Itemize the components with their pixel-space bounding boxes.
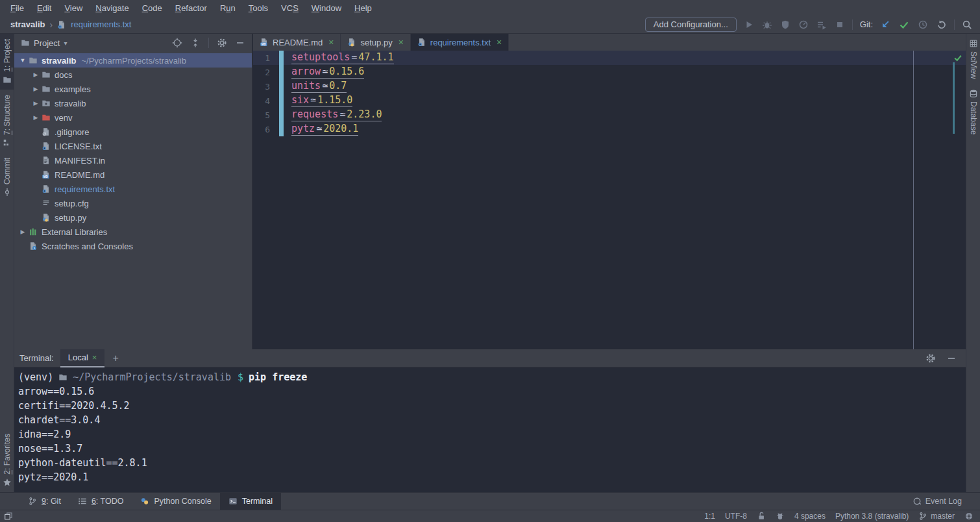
tool-button-commit[interactable]: Commit — [0, 153, 14, 202]
commit-icon[interactable] — [899, 19, 909, 30]
indent-setting[interactable]: 4 spaces — [794, 512, 826, 521]
update-project-icon[interactable] — [880, 19, 890, 30]
menu-vcs[interactable]: VCS — [275, 3, 305, 13]
terminal-tab-local[interactable]: Local × — [60, 349, 105, 367]
menu-file[interactable]: File — [4, 3, 31, 13]
close-icon[interactable]: × — [496, 37, 502, 47]
tree-item-readme-md[interactable]: MDREADME.md — [14, 168, 252, 182]
close-icon[interactable]: × — [398, 37, 404, 47]
lock-open-icon[interactable] — [757, 512, 766, 521]
tree-item--gitignore[interactable]: .gitignore — [14, 125, 252, 139]
editor-tab-requirements-txt[interactable]: requirements.txt× — [411, 34, 509, 51]
tool-window-switcher-icon[interactable] — [4, 512, 13, 521]
caret-position[interactable]: 1:1 — [704, 512, 715, 521]
inspections-profile-icon[interactable] — [776, 512, 785, 521]
tree-item-stravalib[interactable]: ▶stravalib — [14, 96, 252, 110]
code-line-5[interactable]: 5requests≃2.23.0 — [253, 108, 966, 122]
rollback-icon[interactable] — [937, 19, 947, 30]
tree-item-manifest-in[interactable]: MANIFEST.in — [14, 153, 252, 168]
editor-tab-readme-md[interactable]: MDREADME.md× — [253, 34, 341, 51]
file-encoding[interactable]: UTF-8 — [725, 512, 747, 521]
breadcrumb: stravalib › requirements.txt — [0, 19, 131, 30]
history-icon[interactable] — [918, 19, 928, 30]
code-line-1[interactable]: 1setuptools≃47.1.1 — [253, 51, 966, 65]
gear-icon[interactable] — [217, 38, 227, 48]
package-version: 1.15.0 — [317, 94, 352, 106]
tree-expanded-arrow-icon[interactable]: ▼ — [17, 57, 29, 64]
tree-collapsed-arrow-icon[interactable]: ▶ — [30, 114, 42, 121]
tree-item-venv[interactable]: ▶venv — [14, 110, 252, 125]
editor-body[interactable]: 1setuptools≃47.1.12arrow≃0.15.63units≃0.… — [253, 51, 966, 349]
menu-run[interactable]: Run — [214, 3, 242, 13]
new-terminal-icon[interactable]: + — [104, 353, 126, 364]
tree-collapsed-arrow-icon[interactable]: ▶ — [17, 229, 29, 235]
tree-item-license-txt[interactable]: LICENSE.txt — [14, 139, 252, 153]
tool-button-2-favorites[interactable]: 2: Favorites — [0, 429, 14, 492]
editor-tab-setup-py[interactable]: setup.py× — [341, 34, 410, 51]
tree-item-setup-cfg[interactable]: setup.cfg — [14, 196, 252, 210]
project-panel-title[interactable]: Project — [34, 38, 60, 48]
run-anything-icon[interactable] — [816, 19, 827, 30]
chevron-down-icon[interactable]: ▾ — [64, 40, 67, 47]
hide-panel-icon[interactable] — [235, 38, 245, 48]
folder-icon — [58, 373, 67, 382]
tree-item-external-libraries[interactable]: ▶External Libraries — [14, 225, 252, 239]
tree-item-docs[interactable]: ▶docs — [14, 68, 252, 82]
collapse-all-icon[interactable] — [190, 38, 201, 48]
menu-code[interactable]: Code — [136, 3, 169, 13]
tree-collapsed-arrow-icon[interactable]: ▶ — [30, 86, 42, 92]
tool-window-tab-6-todo[interactable]: 6: TODO — [69, 493, 132, 510]
tool-window-tab-terminal[interactable]: Terminal — [220, 493, 281, 510]
tool-button-7-structure[interactable]: 7: Structure — [0, 90, 14, 153]
menu-tools[interactable]: Tools — [242, 3, 275, 13]
tree-item-label: stravalib — [55, 99, 86, 108]
close-icon[interactable]: × — [92, 353, 97, 362]
libraries-icon — [29, 227, 38, 236]
tool-window-tab-python-console[interactable]: Python Console — [132, 493, 219, 510]
gear-icon[interactable] — [925, 353, 936, 364]
tree-item-requirements-txt[interactable]: requirements.txt — [14, 182, 252, 196]
hide-panel-icon[interactable] — [946, 353, 957, 364]
python-interpreter[interactable]: Python 3.8 (stravalib) — [835, 512, 909, 521]
close-icon[interactable]: × — [328, 37, 334, 47]
tree-item-setup-py[interactable]: setup.py — [14, 210, 252, 225]
menu-help[interactable]: Help — [348, 3, 378, 13]
tool-button-database[interactable]: Database — [966, 84, 980, 140]
stop-icon[interactable] — [835, 19, 845, 30]
tool-button-1-project[interactable]: 1: Project — [0, 34, 14, 90]
profiler-icon[interactable] — [798, 19, 809, 30]
menu-edit[interactable]: Edit — [31, 3, 58, 13]
run-icon[interactable] — [744, 19, 754, 30]
tree-item-stravalib[interactable]: ▼stravalib~/PycharmProjects/stravalib — [14, 53, 252, 68]
menu-refactor[interactable]: Refactor — [169, 3, 214, 13]
tree-item-scratches-and-consoles[interactable]: Scratches and Consoles — [14, 239, 252, 253]
terminal-output-line: arrow==0.15.6 — [18, 384, 966, 399]
tree-collapsed-arrow-icon[interactable]: ▶ — [30, 71, 42, 78]
add-configuration-button[interactable]: Add Configuration... — [645, 18, 737, 32]
git-branch-widget[interactable]: master — [918, 512, 955, 521]
editor-tab-label: requirements.txt — [430, 38, 491, 47]
breadcrumb-project[interactable]: stravalib — [10, 19, 45, 29]
changed-lines-marker[interactable] — [953, 62, 955, 134]
code-line-4[interactable]: 4six≃1.15.0 — [253, 93, 966, 108]
terminal-output[interactable]: (venv)~/PycharmProjects/stravalib$pip fr… — [14, 367, 966, 492]
tree-item-examples[interactable]: ▶examples — [14, 82, 252, 96]
code-line-3[interactable]: 3units≃0.7 — [253, 79, 966, 93]
tool-button-sciview[interactable]: SciView — [966, 34, 980, 84]
coverage-icon[interactable] — [780, 19, 790, 30]
search-everywhere-icon[interactable] — [962, 19, 972, 30]
inspections-ok-icon[interactable] — [953, 53, 962, 62]
debug-icon[interactable] — [762, 19, 772, 30]
notifications-icon[interactable] — [964, 512, 974, 521]
tree-collapsed-arrow-icon[interactable]: ▶ — [30, 100, 42, 106]
menu-window[interactable]: Window — [305, 3, 348, 13]
menu-navigate[interactable]: Navigate — [89, 3, 135, 13]
menu-view[interactable]: View — [58, 3, 89, 13]
locate-file-icon[interactable] — [172, 38, 182, 48]
code-line-6[interactable]: 6pytz≃2020.1 — [253, 122, 966, 136]
code-line-2[interactable]: 2arrow≃0.15.6 — [253, 65, 966, 79]
tool-window-tab-9-git[interactable]: 9: Git — [19, 493, 69, 510]
breadcrumb-file[interactable]: requirements.txt — [71, 19, 131, 29]
terminal-output-line: pytz==2020.1 — [18, 470, 966, 484]
event-log-button[interactable]: Event Log — [913, 497, 980, 506]
